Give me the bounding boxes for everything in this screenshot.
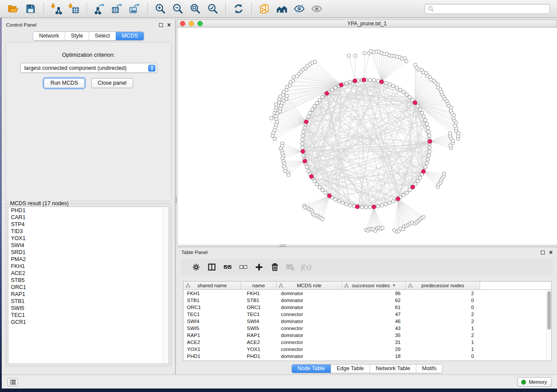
column-header-successor-nodes[interactable]: successor nodes xyxy=(342,282,406,289)
delete-column-icon[interactable] xyxy=(267,261,283,274)
search-box[interactable] xyxy=(425,4,550,14)
refresh-icon[interactable] xyxy=(232,2,245,15)
vertical-splitter-handle[interactable] xyxy=(175,197,177,203)
table-scrollbar[interactable] xyxy=(546,290,551,361)
table-cell: 1 xyxy=(406,326,480,331)
table-row[interactable]: ACE2ACE2connector311 xyxy=(183,339,551,346)
save-session-icon[interactable] xyxy=(24,2,37,15)
toolbar-separator xyxy=(86,3,87,15)
table-cell: 0 xyxy=(406,305,480,310)
network-overview-icon[interactable] xyxy=(275,2,288,15)
table-tab-node-table[interactable]: Node Table xyxy=(292,364,331,373)
table-toolbar: f(x) xyxy=(181,259,553,275)
mcds-result-item[interactable]: SWI5 xyxy=(8,305,169,312)
window-minimize-traffic-light[interactable] xyxy=(189,21,194,26)
mcds-result-item[interactable]: STP4 xyxy=(8,221,169,228)
window-zoom-traffic-light[interactable] xyxy=(197,21,203,26)
table-tab-network-table[interactable]: Network Table xyxy=(370,364,416,373)
table-row[interactable]: FKH1FKH1dominator962 xyxy=(183,290,551,297)
column-header-MCDS-role[interactable]: MCDS role xyxy=(277,282,342,289)
mcds-result-item[interactable]: FKH1 xyxy=(8,263,169,270)
mcds-result-item[interactable]: ACE2 xyxy=(8,270,169,277)
function-builder-icon: f(x) xyxy=(301,263,311,272)
export-network-icon[interactable] xyxy=(93,2,106,15)
tab-style[interactable]: Style xyxy=(65,32,89,40)
zoom-selected-icon[interactable] xyxy=(206,2,219,15)
table-tab-edge-table[interactable]: Edge Table xyxy=(331,364,370,373)
column-header-predecessor-nodes[interactable]: predecessor nodes xyxy=(406,282,480,289)
network-canvas[interactable] xyxy=(177,28,557,244)
float-table-panel-icon[interactable] xyxy=(541,251,545,254)
tab-mcds[interactable]: MCDS xyxy=(116,32,144,40)
table-scrollbar-thumb[interactable] xyxy=(547,291,551,330)
table-cell: YOX1 xyxy=(183,347,241,352)
close-table-panel-icon[interactable]: × xyxy=(549,250,553,254)
mcds-result-item[interactable]: ORC1 xyxy=(8,284,169,291)
show-columns-icon[interactable] xyxy=(204,261,220,274)
table-panel: Table Panel × f(x) shared namenameMCDS r… xyxy=(177,247,557,375)
network-window-titlebar[interactable]: YPA_prune.txt_1 xyxy=(177,20,557,28)
mcds-result-item[interactable]: GCR1 xyxy=(8,319,169,326)
search-input[interactable] xyxy=(436,6,547,12)
table-row[interactable]: TEC1TEC1connector472 xyxy=(183,311,551,318)
column-header-name[interactable]: name xyxy=(241,282,277,289)
table-cell: 61 xyxy=(342,305,406,310)
tab-select[interactable]: Select xyxy=(89,32,116,40)
deselect-all-icon[interactable] xyxy=(235,261,251,274)
table-cell: 2 xyxy=(406,319,480,324)
mcds-result-item[interactable]: PHD1 xyxy=(8,207,169,214)
export-image-icon[interactable] xyxy=(128,2,141,15)
table-row[interactable]: SWI4SWI4dominator462 xyxy=(183,318,551,325)
table-settings-gear-icon[interactable] xyxy=(188,261,204,274)
hide-details-icon[interactable] xyxy=(293,2,306,15)
mcds-result-item[interactable]: PMA2 xyxy=(8,256,169,263)
task-history-button[interactable] xyxy=(7,378,18,386)
add-column-icon[interactable] xyxy=(251,261,267,274)
optimization-criterion-select[interactable]: largest connected component (undirected) xyxy=(20,63,157,73)
mcds-result-item[interactable]: YOX1 xyxy=(8,235,169,242)
table-cell: 29 xyxy=(342,347,406,352)
mcds-result-item[interactable]: STB5 xyxy=(8,277,169,284)
mcds-result-item[interactable]: SRD1 xyxy=(8,249,169,256)
table-row[interactable]: SWI5SWI5connector431 xyxy=(183,325,551,332)
zoom-in-icon[interactable] xyxy=(154,2,167,15)
run-mcds-button[interactable]: Run MCDS xyxy=(44,78,84,88)
memory-button[interactable]: Memory xyxy=(517,377,552,387)
table-row[interactable]: RAP1RAP1dominator352 xyxy=(183,332,551,339)
mcds-result-item[interactable]: STB1 xyxy=(8,298,169,305)
open-file-icon[interactable] xyxy=(7,2,20,15)
table-row[interactable]: STB1STB1dominator620 xyxy=(183,297,551,304)
table-cell: PHD1 xyxy=(183,354,241,359)
window-close-traffic-light[interactable] xyxy=(180,21,185,26)
mcds-result-item[interactable]: CAR1 xyxy=(8,214,169,221)
select-all-icon[interactable] xyxy=(220,261,235,274)
close-panel-button[interactable]: Close panel xyxy=(91,78,133,88)
export-table-icon[interactable] xyxy=(111,2,124,15)
zoom-out-icon[interactable] xyxy=(171,2,184,15)
table-cell: dominator xyxy=(277,305,342,310)
control-panel-title: Control Panel xyxy=(6,22,37,28)
close-panel-icon[interactable]: × xyxy=(167,23,171,27)
column-header-label: shared name xyxy=(197,283,227,288)
mcds-result-item[interactable]: RAP1 xyxy=(8,291,169,298)
table-cell: TEC1 xyxy=(183,312,241,317)
table-row[interactable]: ORC1ORC1dominator610 xyxy=(183,304,551,311)
mcds-list-scrollbar[interactable] xyxy=(163,207,169,364)
mcds-result-item[interactable]: TEC1 xyxy=(8,312,169,319)
table-cell: YOX1 xyxy=(241,347,277,352)
tab-network[interactable]: Network xyxy=(33,32,65,40)
table-row[interactable]: PHD1PHD1dominator180 xyxy=(183,353,551,360)
new-network-from-file-icon[interactable] xyxy=(258,2,271,15)
mcds-result-item[interactable]: SWI4 xyxy=(8,242,169,249)
float-panel-icon[interactable] xyxy=(159,23,163,27)
combo-stepper-icon xyxy=(148,65,156,72)
sort-descending-icon xyxy=(393,285,395,286)
zoom-fit-icon[interactable] xyxy=(189,2,202,15)
table-row[interactable]: YOX1YOX1connector291 xyxy=(183,346,551,353)
import-network-icon[interactable] xyxy=(50,2,63,15)
import-table-icon[interactable] xyxy=(67,2,80,15)
mcds-result-item[interactable]: TID3 xyxy=(8,228,169,235)
column-header-shared-name[interactable]: shared name xyxy=(183,282,241,289)
table-tab-motifs[interactable]: Motifs xyxy=(416,364,442,373)
show-graphics-details-icon[interactable] xyxy=(310,2,323,15)
